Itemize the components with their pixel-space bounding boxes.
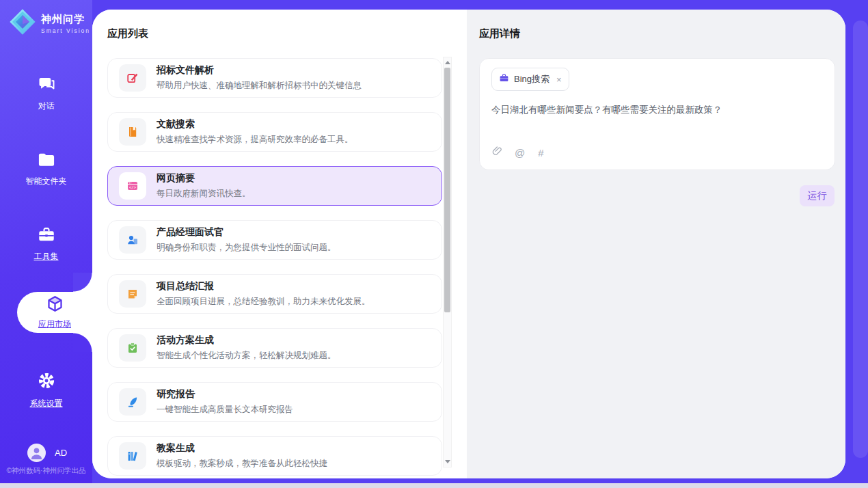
sidebar: 神州问学 Smart Vision 对话 智能文件夹 (0, 0, 92, 483)
bing-search-tag[interactable]: Bing搜索 × (491, 68, 569, 91)
brand-logo: 神州问学 Smart Vision (10, 9, 90, 38)
app-list-panel: 应用列表 招标文件解析 帮助用户快速、准确地理解和解析招标书中的关键信息 (92, 10, 467, 478)
bottom-strip (0, 483, 868, 488)
list-item-literature-search[interactable]: 文献搜索 快速精准查找学术资源，提高研究效率的必备工具。 (107, 112, 442, 152)
sidebar-item-label: 智能文件夹 (26, 176, 67, 187)
svg-text:</>: </> (129, 185, 137, 189)
gear-icon (37, 371, 56, 393)
copyright-footer: ©神州数码·神州问学出品 (0, 466, 92, 476)
briefcase-icon (499, 73, 509, 85)
sidebar-item-smart-folder[interactable]: 智能文件夹 (0, 152, 92, 187)
app-name: 招标文件解析 (157, 64, 362, 77)
app-desc: 智能生成个性化活动方案，轻松解决规划难题。 (157, 350, 336, 362)
book-icon (119, 118, 146, 146)
app-desc: 每日政府新闻资讯快查。 (157, 188, 251, 200)
chat-icon (37, 75, 56, 96)
books-icon (119, 442, 146, 470)
diamond-logo-icon (10, 9, 36, 38)
bid-document-icon (119, 64, 146, 92)
run-button[interactable]: 运行 (800, 185, 835, 206)
close-icon[interactable]: × (556, 75, 562, 84)
app-detail-panel: 应用详情 Bing搜索 × 今日湖北有哪些新闻要点？有哪些需要关注的最新政策？ (467, 10, 845, 478)
sidebar-item-label: 应用市场 (38, 318, 71, 330)
list-item-project-summary[interactable]: 项目总结汇报 全面回顾项目进展，总结经验教训，助力未来优化发展。 (107, 274, 442, 314)
avatar (27, 444, 46, 462)
clipboard-icon (119, 334, 146, 362)
note-icon (119, 280, 146, 308)
app-desc: 全面回顾项目进展，总结经验教训，助力未来优化发展。 (157, 296, 370, 308)
app-desc: 明确身份和职责，为您提供专业性的面试问题。 (157, 242, 336, 254)
app-name: 研究报告 (157, 388, 293, 401)
user-name: AD (55, 448, 67, 458)
app-desc: 帮助用户快速、准确地理解和解析招标书中的关键信息 (157, 80, 362, 92)
user-account[interactable]: AD (27, 444, 67, 462)
list-item-pm-interviewer[interactable]: 产品经理面试官 明确身份和职责，为您提供专业性的面试问题。 (107, 220, 442, 260)
list-item-web-summary-selected[interactable]: </> 网页摘要 每日政府新闻资讯快查。 (107, 166, 442, 206)
app-detail-title: 应用详情 (479, 27, 835, 40)
list-item-bid-analysis[interactable]: 招标文件解析 帮助用户快速、准确地理解和解析招标书中的关键信息 (107, 58, 442, 98)
app-card-list: 招标文件解析 帮助用户快速、准确地理解和解析招标书中的关键信息 文献搜索 快速精… (107, 58, 442, 476)
app-desc: 一键智能生成高质量长文本研究报告 (157, 404, 293, 416)
app-name: 网页摘要 (157, 172, 251, 185)
list-item-lesson-plan[interactable]: 教案生成 模板驱动，教案秒成，教学准备从此轻松快捷 (107, 436, 442, 476)
scrollbar-thumb[interactable] (444, 68, 450, 312)
prompt-card: Bing搜索 × 今日湖北有哪些新闻要点？有哪些需要关注的最新政策？ @ # (479, 58, 835, 170)
scroll-down-arrow-icon[interactable] (445, 460, 450, 463)
cube-icon (46, 295, 64, 316)
tag-label: Bing搜索 (514, 73, 550, 85)
quill-icon (119, 388, 146, 416)
interviewer-icon (119, 226, 146, 254)
sidebar-item-label: 对话 (38, 100, 55, 112)
sidebar-item-label: 工具集 (34, 251, 59, 262)
app-desc: 模板驱动，教案秒成，教学准备从此轻松快捷 (157, 458, 327, 470)
app-list-title: 应用列表 (107, 27, 467, 40)
main-content: 应用列表 招标文件解析 帮助用户快速、准确地理解和解析招标书中的关键信息 (92, 10, 845, 478)
app-list-scrollbar[interactable] (443, 57, 452, 467)
sidebar-item-app-market-active[interactable]: 应用市场 (17, 292, 92, 333)
sidebar-item-toolset[interactable]: 工具集 (0, 226, 92, 262)
app-name: 产品经理面试官 (157, 226, 336, 239)
app-name: 教案生成 (157, 442, 327, 455)
sidebar-item-settings[interactable]: 系统设置 (0, 371, 92, 409)
app-desc: 快速精准查找学术资源，提高研究效率的必备工具。 (157, 134, 353, 146)
app-name: 项目总结汇报 (157, 280, 370, 293)
web-page-icon: </> (119, 172, 146, 200)
app-name: 文献搜索 (157, 118, 353, 131)
list-item-research-report[interactable]: 研究报告 一键智能生成高质量长文本研究报告 (107, 382, 442, 422)
paperclip-icon[interactable] (491, 146, 502, 160)
sidebar-item-label: 系统设置 (30, 398, 63, 409)
brand-name: 神州问学 (41, 13, 90, 26)
app-name: 活动方案生成 (157, 334, 336, 347)
hashtag-icon[interactable]: # (538, 147, 543, 159)
folder-icon (37, 152, 56, 171)
brand-subtitle: Smart Vision (41, 27, 90, 34)
sidebar-item-chat[interactable]: 对话 (0, 75, 92, 112)
toolbox-icon (37, 226, 56, 246)
list-item-event-plan[interactable]: 活动方案生成 智能生成个性化活动方案，轻松解决规划难题。 (107, 328, 442, 368)
attachment-toolbar: @ # (491, 146, 544, 160)
edge-decoration (853, 21, 868, 458)
mention-icon[interactable]: @ (515, 147, 525, 159)
query-text[interactable]: 今日湖北有哪些新闻要点？有哪些需要关注的最新政策？ (491, 104, 823, 116)
scroll-up-arrow-icon[interactable] (445, 61, 450, 64)
